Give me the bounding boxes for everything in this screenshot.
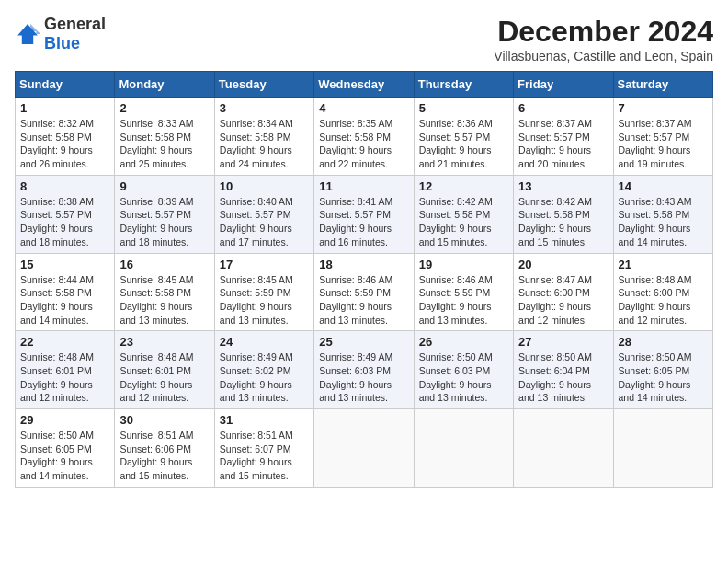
- table-row: [514, 409, 613, 488]
- table-row: 23 Sunrise: 8:48 AMSunset: 6:01 PMDaylig…: [115, 331, 214, 409]
- weekday-saturday: Saturday: [613, 72, 712, 98]
- day-number: 19: [419, 258, 508, 271]
- day-detail: Sunrise: 8:35 AMSunset: 5:58 PMDaylight:…: [319, 118, 392, 169]
- table-row: 12 Sunrise: 8:42 AMSunset: 5:58 PMDaylig…: [414, 175, 513, 253]
- logo-blue: Blue: [44, 34, 80, 52]
- day-detail: Sunrise: 8:45 AMSunset: 5:59 PMDaylight:…: [220, 274, 293, 326]
- table-row: 5 Sunrise: 8:36 AMSunset: 5:57 PMDayligh…: [414, 98, 513, 176]
- day-number: 22: [20, 335, 109, 349]
- day-detail: Sunrise: 8:46 AMSunset: 5:59 PMDaylight:…: [319, 274, 392, 326]
- day-number: 10: [220, 179, 309, 193]
- day-detail: Sunrise: 8:48 AMSunset: 6:01 PMDaylight:…: [119, 351, 193, 403]
- day-detail: Sunrise: 8:47 AMSunset: 6:00 PMDaylight:…: [518, 274, 592, 326]
- day-number: 9: [119, 179, 209, 193]
- day-number: 27: [518, 335, 608, 349]
- table-row: 16 Sunrise: 8:45 AMSunset: 5:58 PMDaylig…: [115, 253, 214, 331]
- table-row: 31 Sunrise: 8:51 AMSunset: 6:07 PMDaylig…: [214, 409, 313, 488]
- day-number: 15: [20, 258, 109, 271]
- calendar-body: 1 Sunrise: 8:32 AMSunset: 5:58 PMDayligh…: [16, 98, 713, 488]
- month-title: December 2024: [494, 15, 713, 49]
- day-detail: Sunrise: 8:38 AMSunset: 5:57 PMDaylight:…: [20, 196, 94, 247]
- day-number: 11: [319, 179, 408, 193]
- day-detail: Sunrise: 8:37 AMSunset: 5:57 PMDaylight:…: [619, 118, 692, 169]
- day-detail: Sunrise: 8:32 AMSunset: 5:58 PMDaylight:…: [20, 118, 94, 169]
- day-number: 12: [419, 179, 508, 193]
- svg-marker-0: [17, 24, 38, 44]
- weekday-wednesday: Wednesday: [314, 72, 414, 98]
- day-detail: Sunrise: 8:45 AMSunset: 5:58 PMDaylight:…: [119, 274, 193, 326]
- table-row: 14 Sunrise: 8:43 AMSunset: 5:58 PMDaylig…: [613, 175, 712, 253]
- table-row: [414, 409, 513, 488]
- logo: General Blue: [15, 15, 106, 53]
- table-row: 18 Sunrise: 8:46 AMSunset: 5:59 PMDaylig…: [314, 253, 414, 331]
- calendar-week-3: 15 Sunrise: 8:44 AMSunset: 5:58 PMDaylig…: [16, 253, 713, 331]
- day-detail: Sunrise: 8:42 AMSunset: 5:58 PMDaylight:…: [419, 196, 493, 247]
- day-number: 8: [20, 179, 109, 193]
- day-number: 21: [619, 258, 708, 271]
- day-number: 18: [319, 258, 408, 271]
- day-detail: Sunrise: 8:40 AMSunset: 5:57 PMDaylight:…: [220, 196, 293, 247]
- location-subtitle: Villasbuenas, Castille and Leon, Spain: [494, 49, 713, 63]
- table-row: 29 Sunrise: 8:50 AMSunset: 6:05 PMDaylig…: [16, 409, 115, 488]
- day-detail: Sunrise: 8:50 AMSunset: 6:03 PMDaylight:…: [419, 351, 493, 403]
- day-number: 17: [220, 258, 309, 271]
- day-number: 2: [119, 101, 209, 115]
- day-detail: Sunrise: 8:39 AMSunset: 5:57 PMDaylight:…: [119, 196, 193, 247]
- day-number: 29: [20, 413, 109, 427]
- day-detail: Sunrise: 8:44 AMSunset: 5:58 PMDaylight:…: [20, 274, 94, 326]
- table-row: 17 Sunrise: 8:45 AMSunset: 5:59 PMDaylig…: [214, 253, 313, 331]
- table-row: 25 Sunrise: 8:49 AMSunset: 6:03 PMDaylig…: [314, 331, 414, 409]
- weekday-thursday: Thursday: [414, 72, 513, 98]
- day-number: 31: [220, 413, 309, 427]
- table-row: 26 Sunrise: 8:50 AMSunset: 6:03 PMDaylig…: [414, 331, 513, 409]
- day-detail: Sunrise: 8:48 AMSunset: 6:00 PMDaylight:…: [619, 274, 692, 326]
- day-number: 1: [20, 101, 109, 115]
- table-row: 24 Sunrise: 8:49 AMSunset: 6:02 PMDaylig…: [214, 331, 313, 409]
- day-number: 5: [419, 101, 508, 115]
- calendar-week-1: 1 Sunrise: 8:32 AMSunset: 5:58 PMDayligh…: [16, 98, 713, 176]
- day-detail: Sunrise: 8:34 AMSunset: 5:58 PMDaylight:…: [220, 118, 293, 169]
- logo-wordmark: General Blue: [44, 15, 106, 53]
- calendar-table: SundayMondayTuesdayWednesdayThursdayFrid…: [15, 71, 713, 488]
- table-row: 6 Sunrise: 8:37 AMSunset: 5:57 PMDayligh…: [514, 98, 613, 176]
- table-row: 11 Sunrise: 8:41 AMSunset: 5:57 PMDaylig…: [314, 175, 414, 253]
- logo-general: General: [44, 15, 106, 33]
- day-detail: Sunrise: 8:41 AMSunset: 5:57 PMDaylight:…: [319, 196, 392, 247]
- table-row: 13 Sunrise: 8:42 AMSunset: 5:58 PMDaylig…: [514, 175, 613, 253]
- calendar-week-4: 22 Sunrise: 8:48 AMSunset: 6:01 PMDaylig…: [16, 331, 713, 409]
- calendar-week-2: 8 Sunrise: 8:38 AMSunset: 5:57 PMDayligh…: [16, 175, 713, 253]
- day-number: 13: [518, 179, 608, 193]
- day-detail: Sunrise: 8:49 AMSunset: 6:03 PMDaylight:…: [319, 351, 392, 403]
- day-detail: Sunrise: 8:48 AMSunset: 6:01 PMDaylight:…: [20, 351, 94, 403]
- day-detail: Sunrise: 8:36 AMSunset: 5:57 PMDaylight:…: [419, 118, 493, 169]
- day-detail: Sunrise: 8:43 AMSunset: 5:58 PMDaylight:…: [619, 196, 692, 247]
- table-row: 3 Sunrise: 8:34 AMSunset: 5:58 PMDayligh…: [214, 98, 313, 176]
- day-detail: Sunrise: 8:50 AMSunset: 6:04 PMDaylight:…: [518, 351, 592, 403]
- day-number: 4: [319, 101, 408, 115]
- table-row: [314, 409, 414, 488]
- day-detail: Sunrise: 8:51 AMSunset: 6:07 PMDaylight:…: [220, 430, 293, 481]
- table-row: 15 Sunrise: 8:44 AMSunset: 5:58 PMDaylig…: [16, 253, 115, 331]
- title-area: December 2024 Villasbuenas, Castille and…: [494, 15, 713, 63]
- calendar-week-5: 29 Sunrise: 8:50 AMSunset: 6:05 PMDaylig…: [16, 409, 713, 488]
- day-number: 16: [119, 258, 209, 271]
- day-number: 20: [518, 258, 608, 271]
- table-row: 19 Sunrise: 8:46 AMSunset: 5:59 PMDaylig…: [414, 253, 513, 331]
- day-number: 14: [619, 179, 708, 193]
- page-header: General Blue December 2024 Villasbuenas,…: [15, 15, 713, 63]
- day-number: 7: [619, 101, 708, 115]
- weekday-sunday: Sunday: [16, 72, 115, 98]
- day-detail: Sunrise: 8:46 AMSunset: 5:59 PMDaylight:…: [419, 274, 493, 326]
- day-number: 28: [619, 335, 708, 349]
- table-row: 4 Sunrise: 8:35 AMSunset: 5:58 PMDayligh…: [314, 98, 414, 176]
- day-number: 25: [319, 335, 408, 349]
- table-row: 7 Sunrise: 8:37 AMSunset: 5:57 PMDayligh…: [613, 98, 712, 176]
- day-number: 30: [119, 413, 209, 427]
- day-number: 3: [220, 101, 309, 115]
- table-row: 21 Sunrise: 8:48 AMSunset: 6:00 PMDaylig…: [613, 253, 712, 331]
- day-detail: Sunrise: 8:51 AMSunset: 6:06 PMDaylight:…: [119, 430, 193, 481]
- table-row: 30 Sunrise: 8:51 AMSunset: 6:06 PMDaylig…: [115, 409, 214, 488]
- weekday-monday: Monday: [115, 72, 214, 98]
- day-number: 24: [220, 335, 309, 349]
- table-row: 22 Sunrise: 8:48 AMSunset: 6:01 PMDaylig…: [16, 331, 115, 409]
